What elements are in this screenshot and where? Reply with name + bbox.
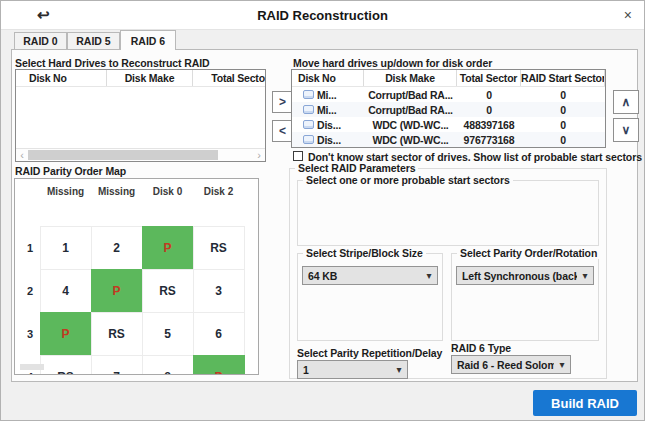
- map-cell: RS: [40, 355, 92, 376]
- probable-start-sectors-label: Select one or more probable start sector…: [303, 174, 513, 186]
- column-header: Disk Make: [107, 70, 193, 86]
- map-cell: 6: [193, 312, 245, 356]
- unknown-start-sector-checkbox[interactable]: [293, 151, 303, 161]
- disk-icon: [303, 135, 314, 144]
- column-header: Disk No: [16, 70, 107, 86]
- close-icon[interactable]: ×: [624, 7, 632, 23]
- column-header: Total Sector: [193, 70, 266, 86]
- move-left-button[interactable]: <: [272, 120, 293, 142]
- map-corner-cell: [20, 183, 40, 199]
- raid-reconstruction-dialog: ↩ RAID Reconstruction × RAID 0 RAID 5 RA…: [0, 0, 645, 421]
- disk-icon: [303, 90, 314, 99]
- map-column-header: Missing: [40, 183, 91, 199]
- map-row-number: 1: [20, 226, 40, 269]
- window-title: RAID Reconstruction: [1, 8, 644, 23]
- probable-start-sectors-group: Select one or more probable start sector…: [297, 180, 599, 246]
- parity-order-map: MissingMissingDisk 0Disk 2112PRS24PRS33P…: [14, 178, 259, 375]
- map-scrollbar-stub: [20, 364, 44, 370]
- scroll-left-icon[interactable]: ‹: [16, 149, 28, 161]
- raid-start-sector-cell: 0: [521, 119, 605, 131]
- total-sector-cell: 488397168: [457, 119, 521, 131]
- disk-no-text: Dis...: [317, 134, 341, 146]
- move-up-button[interactable]: ∧: [613, 90, 639, 114]
- disk-order-list[interactable]: Disk NoDisk MakeTotal SectorRAID Start S…: [291, 69, 606, 148]
- raid6-type-dropdown[interactable]: Raid 6 - Reed Solomon ▾: [451, 355, 571, 374]
- map-cell: 7: [91, 355, 143, 376]
- map-cell: 2: [91, 226, 143, 270]
- chevron-down-icon: ▾: [577, 270, 593, 281]
- raid-start-sector-cell: 0: [521, 89, 605, 101]
- stripe-size-value: 64 KB: [303, 270, 421, 282]
- map-cell: 8: [142, 355, 194, 376]
- disk-no-cell: Mi...: [292, 104, 364, 116]
- total-sector-cell: 976773168: [457, 134, 521, 146]
- map-cell: P: [142, 226, 194, 270]
- map-cell: 1: [40, 226, 92, 270]
- map-cell: P: [40, 312, 92, 356]
- column-header: Disk Make: [364, 70, 457, 86]
- source-drive-list-header: Disk NoDisk MakeTotal Sector: [16, 70, 265, 87]
- raid6-type-label: RAID 6 Type: [451, 342, 511, 354]
- disk-no-text: Mi...: [317, 104, 336, 116]
- parity-order-group-label: Select Parity Order/Rotation: [457, 247, 600, 259]
- map-column-header: Disk 2: [193, 183, 244, 199]
- map-cell: 4: [40, 269, 92, 313]
- disk-no-cell: Dis...: [292, 119, 364, 131]
- raid-start-sector-cell: 0: [521, 104, 605, 116]
- map-cell: 5: [142, 312, 194, 356]
- disk-icon: [303, 105, 314, 114]
- chevron-down-icon: ▾: [554, 359, 570, 370]
- tab-raid-5[interactable]: RAID 5: [67, 32, 120, 50]
- map-cell: P: [193, 355, 245, 376]
- map-cell: RS: [91, 312, 143, 356]
- total-sector-cell: 0: [457, 104, 521, 116]
- disk-icon: [303, 120, 314, 129]
- map-cell: RS: [193, 226, 245, 270]
- parity-repetition-label: Select Parity Repetition/Delay: [297, 347, 442, 359]
- title-bar: ↩ RAID Reconstruction ×: [1, 1, 644, 30]
- list-item[interactable]: Mi...Corrupt/Bad RA...00: [292, 102, 605, 117]
- raid-parameters-group-label: Select RAID Parameters: [295, 162, 418, 174]
- move-down-button[interactable]: ∨: [613, 118, 639, 142]
- column-header: Disk No: [292, 70, 364, 86]
- disk-no-text: Dis...: [317, 119, 341, 131]
- list-item[interactable]: Mi...Corrupt/Bad RA...00: [292, 87, 605, 102]
- disk-make-cell: Corrupt/Bad RA...: [364, 104, 457, 116]
- parity-order-dropdown[interactable]: Left Synchronous (backward ▾: [456, 266, 594, 285]
- tab-raid-0[interactable]: RAID 0: [14, 32, 67, 50]
- raid6-type-value: Raid 6 - Reed Solomon: [452, 359, 554, 371]
- column-header: Total Sector: [457, 70, 521, 86]
- parity-repetition-value: 1: [298, 364, 391, 376]
- map-cell: 3: [193, 269, 245, 313]
- parity-repetition-dropdown[interactable]: 1 ▾: [297, 360, 408, 379]
- source-drive-list[interactable]: Disk NoDisk MakeTotal Sector ‹ ›: [15, 69, 266, 162]
- map-column-header: Missing: [91, 183, 142, 199]
- map-column-header: Disk 0: [142, 183, 193, 199]
- chevron-down-icon: ▾: [391, 364, 407, 375]
- disk-no-text: Mi...: [317, 89, 336, 101]
- scrollbar-thumb[interactable]: [28, 150, 218, 160]
- map-cell: P: [91, 269, 143, 313]
- disk-no-cell: Dis...: [292, 134, 364, 146]
- list-item[interactable]: Dis...WDC (WD-WC...4883971680: [292, 117, 605, 132]
- horizontal-scrollbar[interactable]: ‹ ›: [16, 148, 265, 161]
- parity-order-value: Left Synchronous (backward: [457, 270, 577, 282]
- disk-make-cell: WDC (WD-WC...: [364, 119, 457, 131]
- parity-map-grid: MissingMissingDisk 0Disk 2112PRS24PRS33P…: [20, 183, 244, 375]
- disk-no-cell: Mi...: [292, 89, 364, 101]
- raid-start-sector-cell: 0: [521, 134, 605, 146]
- disk-order-list-body: Mi...Corrupt/Bad RA...00Mi...Corrupt/Bad…: [292, 87, 605, 147]
- disk-order-list-header: Disk NoDisk MakeTotal SectorRAID Start S…: [292, 70, 605, 87]
- move-right-button[interactable]: >: [272, 91, 293, 113]
- total-sector-cell: 0: [457, 89, 521, 101]
- tab-raid-6[interactable]: RAID 6: [120, 30, 176, 50]
- build-raid-button[interactable]: Build RAID: [533, 390, 637, 416]
- scroll-right-icon[interactable]: ›: [253, 149, 265, 161]
- disk-make-cell: Corrupt/Bad RA...: [364, 89, 457, 101]
- map-cell: RS: [142, 269, 194, 313]
- column-header: RAID Start Sector: [521, 70, 605, 86]
- disk-make-cell: WDC (WD-WC...: [364, 134, 457, 146]
- stripe-size-dropdown[interactable]: 64 KB ▾: [302, 266, 438, 285]
- parity-map-label: RAID Parity Order Map: [15, 165, 126, 177]
- list-item[interactable]: Dis...WDC (WD-WC...9767731680: [292, 132, 605, 147]
